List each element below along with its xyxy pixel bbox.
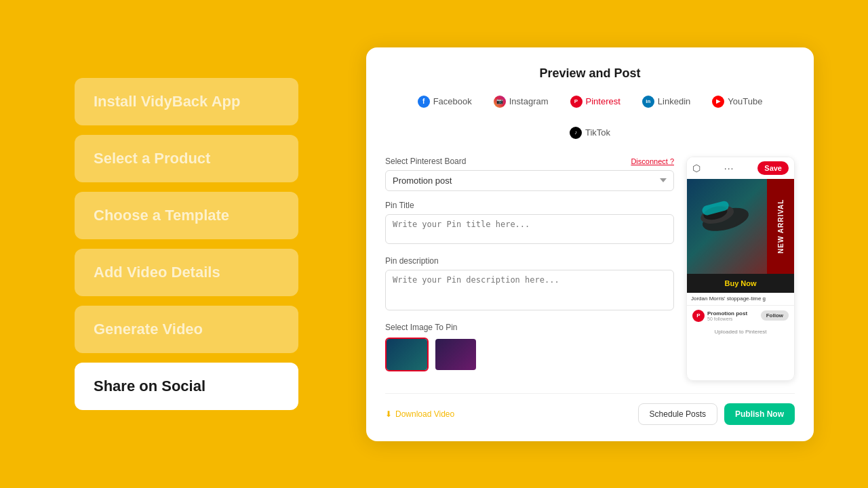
tab-instagram-label: Instagram [509, 96, 549, 106]
tab-linkedin-label: Linkedin [658, 96, 690, 106]
pin-share-icon[interactable]: ⬡ [692, 163, 701, 174]
step-install[interactable]: Install VidyBack App [75, 78, 298, 125]
social-tabs: f Facebook 📷 Instagram P Pinterest in Li… [385, 93, 795, 142]
pin-caption: Jordan Morris' stoppage-time g [687, 293, 794, 305]
tab-tiktok[interactable]: ♪ TikTok [566, 124, 614, 142]
download-label: Download Video [395, 409, 454, 419]
pin-buy-now: Buy Now [687, 274, 794, 293]
pin-uploaded-text: Uploaded to Pinterest [687, 326, 794, 339]
disconnect-link[interactable]: Disconnect ? [631, 157, 674, 165]
pin-description-input[interactable] [385, 270, 674, 310]
form-area: Select Pinterest Board Disconnect ? Prom… [385, 157, 674, 381]
preview-card: Preview and Post f Facebook 📷 Instagram … [366, 47, 814, 441]
tab-youtube-label: YouTube [728, 96, 762, 106]
pin-description-group: Pin description [385, 256, 674, 313]
tab-facebook[interactable]: f Facebook [414, 93, 476, 110]
tab-facebook-label: Facebook [433, 96, 472, 106]
pin-followers: 50 followers [707, 317, 747, 321]
tab-instagram[interactable]: 📷 Instagram [490, 93, 553, 110]
pin-board-icon: P [692, 310, 705, 322]
pin-board-info: P Promotion post 50 followers [692, 310, 747, 322]
pin-description-label: Pin description [385, 256, 439, 266]
image-select-group: Select Image To Pin [385, 323, 674, 371]
tiktok-icon: ♪ [570, 127, 582, 139]
facebook-icon: f [418, 96, 430, 108]
step-add-video[interactable]: Add Video Details [75, 249, 298, 296]
pinterest-icon: P [570, 96, 583, 108]
preview-title: Preview and Post [385, 66, 795, 81]
pin-options-icon[interactable]: ··· [724, 163, 734, 174]
pin-follow-button[interactable]: Follow [761, 310, 789, 321]
step-generate-video[interactable]: Generate Video [75, 306, 298, 353]
pin-title-input[interactable] [385, 214, 674, 244]
step-select-product[interactable]: Select a Product [75, 135, 298, 182]
images-label: Select Image To Pin [385, 323, 674, 332]
schedule-posts-button[interactable]: Schedule Posts [638, 403, 717, 425]
bottom-bar: ⬇ Download Video Schedule Posts Publish … [385, 393, 795, 425]
tab-linkedin[interactable]: in Linkedin [638, 93, 694, 110]
pin-new-arrival: NEW ARRIVAL [767, 179, 794, 274]
content-area: Select Pinterest Board Disconnect ? Prom… [385, 157, 795, 381]
publish-now-button[interactable]: Publish Now [724, 403, 795, 425]
linkedin-icon: in [642, 96, 654, 108]
pin-title-group: Pin Title [385, 201, 674, 247]
instagram-icon: 📷 [494, 96, 506, 108]
tab-tiktok-label: TikTok [585, 127, 610, 138]
pin-footer: P Promotion post 50 followers Follow [687, 305, 794, 326]
step-choose-template[interactable]: Choose a Template [75, 192, 298, 239]
pin-title-label: Pin Title [385, 201, 414, 210]
pin-preview: ⬡ ··· Save NEW ARRIVAL Buy Now Jordan Mo… [686, 157, 795, 381]
download-icon: ⬇ [385, 409, 392, 419]
main-panel: Preview and Post f Facebook 📷 Instagram … [326, 27, 868, 462]
action-buttons: Schedule Posts Publish Now [638, 403, 795, 425]
board-label: Select Pinterest Board [385, 157, 466, 166]
shoe-svg [693, 189, 755, 239]
pin-top-bar: ⬡ ··· Save [687, 157, 794, 179]
youtube-icon: ▶ [712, 96, 724, 108]
sidebar: Install VidyBack App Select a Product Ch… [0, 51, 326, 437]
pin-image: NEW ARRIVAL [687, 179, 794, 274]
pin-board-details: Promotion post 50 followers [707, 310, 747, 321]
thumb-1[interactable] [385, 338, 429, 371]
step-share-social[interactable]: Share on Social [75, 363, 298, 410]
tab-pinterest[interactable]: P Pinterest [566, 93, 625, 110]
download-link[interactable]: ⬇ Download Video [385, 409, 454, 419]
image-thumbnails [385, 338, 674, 371]
pin-save-button[interactable]: Save [757, 161, 789, 175]
board-group: Select Pinterest Board Disconnect ? Prom… [385, 157, 674, 191]
tab-pinterest-label: Pinterest [586, 96, 620, 106]
board-select[interactable]: Promotion post [385, 170, 674, 191]
pin-board-name: Promotion post [707, 310, 747, 317]
thumb-2[interactable] [434, 338, 477, 371]
tab-youtube[interactable]: ▶ YouTube [708, 93, 766, 110]
